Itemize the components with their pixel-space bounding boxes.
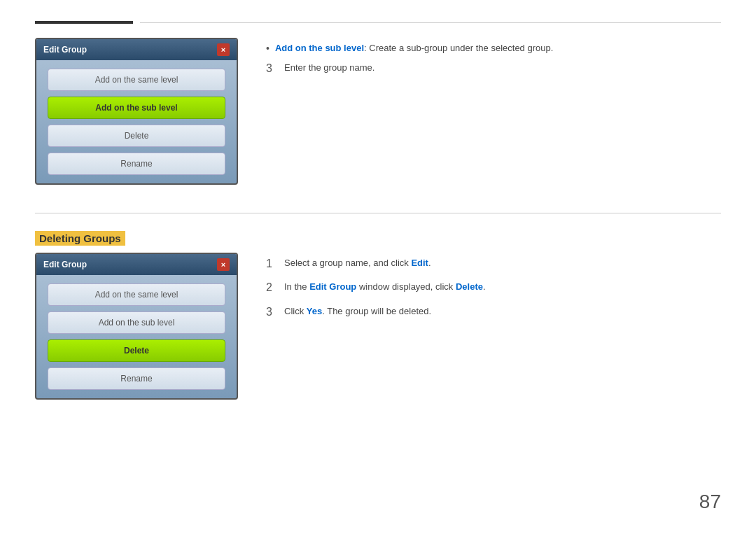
bullet-dot-top: • xyxy=(266,43,270,54)
bullet-continuation: : Create a sub-group under the selected … xyxy=(364,43,553,53)
edit-group-dialog-bottom: Edit Group × Add on the same level Add o… xyxy=(35,253,238,400)
step2-post: . xyxy=(483,281,486,292)
bottom-step1-text: Select a group name, and click Edit. xyxy=(284,256,431,270)
edit-group-dialog-top: Edit Group × Add on the same level Add o… xyxy=(35,38,238,185)
dialog-title-bar-top: Edit Group × xyxy=(36,39,237,60)
page-container: Edit Group × Add on the same level Add o… xyxy=(0,0,756,534)
bullet-item-top: • Add on the sub level: Create a sub-gro… xyxy=(266,41,721,55)
bottom-step2: 2 In the Edit Group window displayed, cl… xyxy=(266,280,721,295)
bullet-text-top: Add on the sub level: Create a sub-group… xyxy=(275,41,553,55)
dialog-close-btn-top[interactable]: × xyxy=(217,43,230,56)
step3-link: Yes xyxy=(307,306,322,316)
dialog-title-top: Edit Group xyxy=(43,45,87,55)
bottom-section-wrapper: Deleting Groups Edit Group × Add on the … xyxy=(35,231,721,400)
rename-btn-top[interactable]: Rename xyxy=(48,153,225,175)
section-title-deleting: Deleting Groups xyxy=(35,231,125,246)
add-same-level-btn-bottom[interactable]: Add on the same level xyxy=(48,283,225,306)
dialog-body-top: Add on the same level Add on the sub lev… xyxy=(36,60,237,183)
bottom-step1-number: 1 xyxy=(266,256,279,272)
dialog-title-bar-bottom: Edit Group × xyxy=(36,254,237,275)
top-rule xyxy=(35,21,721,24)
section-divider xyxy=(35,213,721,213)
bottom-step3: 3 Click Yes. The group will be deleted. xyxy=(266,304,721,320)
dialog-close-btn-bottom[interactable]: × xyxy=(217,258,230,271)
top-right-content: • Add on the sub level: Create a sub-gro… xyxy=(266,38,721,185)
step2-mid: window displayed, click xyxy=(356,281,456,292)
dialog-body-bottom: Add on the same level Add on the sub lev… xyxy=(36,275,237,398)
bottom-right-content: 1 Select a group name, and click Edit. 2… xyxy=(266,253,721,400)
bottom-step2-text: In the Edit Group window displayed, clic… xyxy=(284,280,486,294)
step2-pre: In the xyxy=(284,281,309,292)
thick-rule xyxy=(35,21,133,24)
add-sub-level-btn-top[interactable]: Add on the sub level xyxy=(48,97,225,119)
bottom-step1: 1 Select a group name, and click Edit. xyxy=(266,256,721,272)
top-step3-text: Enter the group name. xyxy=(284,61,374,75)
add-sub-level-link: Add on the sub level xyxy=(275,43,364,53)
step2-link2: Delete xyxy=(456,281,483,292)
top-step3: 3 Enter the group name. xyxy=(266,61,721,76)
rename-btn-bottom[interactable]: Rename xyxy=(48,367,225,390)
bottom-section: Edit Group × Add on the same level Add o… xyxy=(35,253,721,400)
top-left-panel: Edit Group × Add on the same level Add o… xyxy=(35,38,238,185)
step1-post: . xyxy=(428,258,431,268)
step2-link1: Edit Group xyxy=(309,281,356,292)
thin-rule xyxy=(140,22,721,23)
delete-btn-top[interactable]: Delete xyxy=(48,125,225,147)
top-step3-number: 3 xyxy=(266,61,279,76)
top-section: Edit Group × Add on the same level Add o… xyxy=(35,38,721,185)
add-sub-level-btn-bottom[interactable]: Add on the sub level xyxy=(48,311,225,334)
bottom-step3-number: 3 xyxy=(266,304,279,320)
step1-link: Edit xyxy=(411,258,428,268)
step3-post: . The group will be deleted. xyxy=(322,306,431,316)
bottom-step3-text: Click Yes. The group will be deleted. xyxy=(284,304,431,318)
page-number: 87 xyxy=(699,491,721,513)
add-same-level-btn-top[interactable]: Add on the same level xyxy=(48,69,225,91)
delete-btn-bottom[interactable]: Delete xyxy=(48,339,225,362)
bottom-step2-number: 2 xyxy=(266,280,279,295)
dialog-title-bottom: Edit Group xyxy=(43,260,87,269)
step3-pre: Click xyxy=(284,306,307,316)
bottom-left-panel: Edit Group × Add on the same level Add o… xyxy=(35,253,238,400)
step1-pre: Select a group name, and click xyxy=(284,258,411,268)
